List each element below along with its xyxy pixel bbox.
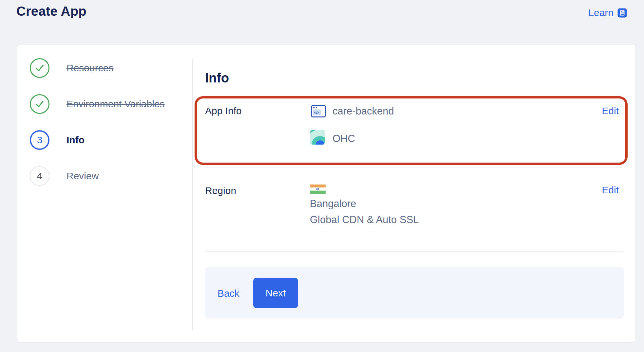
region-name-value: Bangalore	[310, 196, 419, 212]
next-button[interactable]: Next	[253, 278, 298, 308]
stepper-label-info: Info	[66, 134, 85, 146]
red-annotation-box	[195, 96, 628, 165]
india-flag-icon	[310, 185, 326, 195]
create-app-card: Resources Environment Variables 3 Info 4…	[17, 44, 636, 343]
stepper-label-environment-variables: Environment Variables	[66, 98, 165, 110]
region-edit-link[interactable]: Edit	[602, 185, 619, 196]
stepper-item-resources[interactable]: Resources	[30, 58, 113, 79]
section-divider	[205, 251, 623, 252]
check-icon	[30, 94, 49, 114]
step-number: 4	[37, 170, 43, 182]
app-info-edit-link[interactable]: Edit	[602, 105, 619, 116]
app-name-value: care-backend	[332, 105, 394, 117]
learn-label: Learn	[588, 7, 614, 18]
learn-link[interactable]: Learn	[588, 7, 627, 18]
code-window-icon: </>	[311, 105, 326, 119]
stepper-label-review: Review	[66, 170, 99, 182]
check-icon	[30, 58, 49, 78]
step-number: 3	[37, 134, 43, 146]
stepper-item-environment-variables[interactable]: Environment Variables	[30, 94, 165, 114]
stepper-label-resources: Resources	[66, 62, 113, 74]
region-label: Region	[205, 185, 236, 196]
app-info-label: App Info	[205, 105, 242, 116]
ohc-avatar	[310, 130, 325, 146]
region-features-value: Global CDN & Auto SSL	[310, 212, 419, 228]
step-number-badge: 3	[30, 130, 49, 150]
section-divider	[205, 167, 623, 167]
stepper-item-info[interactable]: 3 Info	[30, 130, 85, 150]
section-heading: Info	[205, 71, 229, 85]
page-title: Create App	[16, 4, 86, 19]
document-icon	[617, 8, 627, 18]
back-button[interactable]: Back	[218, 288, 239, 299]
svg-text:</>: </>	[314, 111, 319, 114]
stepper-divider	[192, 59, 193, 330]
team-name-value: OHC	[332, 133, 355, 145]
step-number-badge: 4	[30, 166, 49, 186]
stepper-item-review[interactable]: 4 Review	[30, 166, 99, 186]
